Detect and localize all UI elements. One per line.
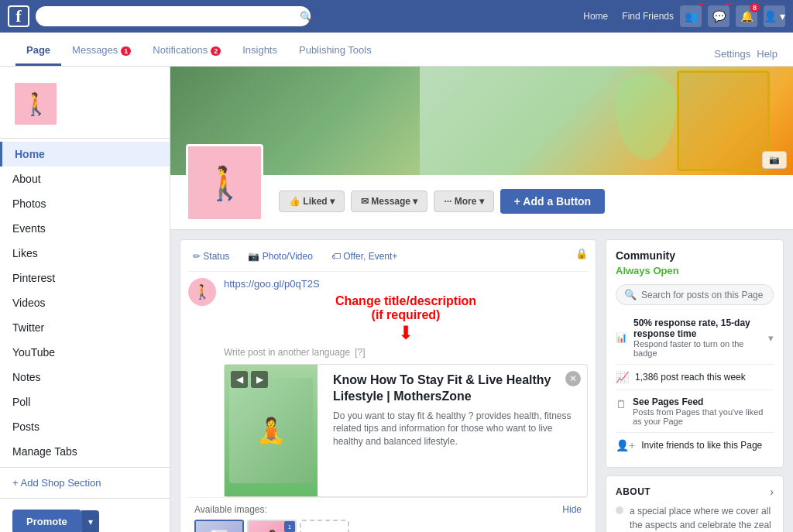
search-input[interactable] <box>36 6 311 26</box>
help-link[interactable]: Help <box>757 48 778 60</box>
add-a-button-btn[interactable]: + Add a Button <box>500 189 605 214</box>
always-open-label: Always Open <box>616 265 774 276</box>
post-title: Know How To Stay Fit & Live Healthy Life… <box>333 372 579 405</box>
post-preview-inner: 🧘 Know How To Stay Fit & Live Healthy Li… <box>225 365 587 496</box>
sidebar-item-poll[interactable]: Poll <box>0 390 170 414</box>
sidebar-profile-icon: 🚶 <box>22 91 50 117</box>
sidebar-item-events[interactable]: Events <box>0 216 170 241</box>
notifications-badge: 8 <box>750 3 760 12</box>
sidebar-item-twitter[interactable]: Twitter <box>0 315 170 340</box>
about-text: a special place where we cover all the a… <box>616 504 774 532</box>
sidebar-divider-2 <box>0 467 170 468</box>
main-column: ✏ ✏ StatusStatus 📷 Photo/Video 🏷 Offer, … <box>180 239 596 532</box>
account-menu-btn[interactable]: 👤 ▾ <box>764 5 785 27</box>
post-text-content: Know How To Stay Fit & Live Healthy Life… <box>325 365 587 456</box>
composer-url[interactable]: https://goo.gl/p0qT2S <box>224 278 588 290</box>
search-posts-input[interactable] <box>641 290 765 300</box>
response-info: 50% response rate, 15-day response time … <box>633 317 768 358</box>
sidebar-item-pinterest[interactable]: Pinterest <box>0 266 170 290</box>
message-button[interactable]: ✉ Message ▾ <box>351 190 427 212</box>
composer-tabs: ✏ ✏ StatusStatus 📷 Photo/Video 🏷 Offer, … <box>188 248 588 272</box>
notifications-tab-badge: 2 <box>211 46 221 56</box>
search-icon: 🔍 <box>300 11 312 22</box>
more-button[interactable]: ··· More ▾ <box>434 190 493 212</box>
sidebar-item-manage-tabs[interactable]: Manage Tabs <box>0 439 170 464</box>
thumb-img-1: 👩‍👧 <box>196 521 242 532</box>
about-box: ABOUT › a special place where we cover a… <box>606 475 784 532</box>
about-header: ABOUT › <box>616 486 774 498</box>
about-title: ABOUT <box>616 486 651 497</box>
sidebar-divider-3 <box>0 498 170 499</box>
cover-photo: 📷 <box>170 67 793 175</box>
expand-icon[interactable]: ▾ <box>768 332 774 344</box>
tab-page[interactable]: Page <box>15 36 61 66</box>
available-imgs-label: Available images: Hide <box>194 504 582 515</box>
sidebar-item-notes[interactable]: Notes <box>0 365 170 390</box>
sidebar-divider-1 <box>0 138 170 139</box>
sidebar-item-posts[interactable]: Posts <box>0 414 170 439</box>
notifications-icon-btn[interactable]: 🔔8 <box>736 5 757 27</box>
about-expand-arrow[interactable]: › <box>770 486 774 498</box>
change-title-arrow-icon: ⬇ <box>224 322 588 344</box>
sidebar-item-home[interactable]: Home <box>0 142 170 166</box>
friend-requests-badge <box>698 3 704 5</box>
composer-body: 🚶 https://goo.gl/p0qT2S Change title/des… <box>188 278 588 497</box>
top-nav-links: Home Find Friends <box>583 11 674 22</box>
home-nav-link[interactable]: Home <box>583 11 608 22</box>
page-content: 📷 🚶 👍 Liked ▾ ✉ Message ▾ ··· More ▾ + A… <box>170 67 793 532</box>
hide-images-link[interactable]: Hide <box>562 504 582 515</box>
settings-link[interactable]: Settings <box>714 48 750 60</box>
search-posts-box[interactable]: 🔍 <box>616 284 774 305</box>
profile-picture: 🚶 <box>186 144 263 221</box>
thumbnail-1[interactable]: 👩‍👧 <box>194 520 244 532</box>
friend-requests-icon-btn[interactable]: 👥 <box>680 5 702 27</box>
camera-icon-btn[interactable]: 📷 <box>762 151 787 169</box>
cover-photo-bg <box>170 67 793 175</box>
see-pages-feed-title[interactable]: See Pages Feed <box>633 396 774 407</box>
promote-button[interactable]: Promote <box>12 510 81 532</box>
tab-publishing-tools[interactable]: Publishing Tools <box>288 36 383 66</box>
messages-icon-btn[interactable]: 💬 <box>708 5 729 27</box>
see-pages-feed-row: 🗒 See Pages Feed Posts from Pages that y… <box>616 390 774 433</box>
left-sidebar: 🚶 Home About Photos Events Likes Pintere… <box>0 67 170 532</box>
community-title: Community <box>616 249 774 262</box>
invite-friends-row: 👤+ Invite friends to like this Page <box>616 433 774 458</box>
feed-icon: 🗒 <box>616 398 627 410</box>
composer-avatar: 🚶 <box>188 278 216 306</box>
photo-video-tab[interactable]: 📷 Photo/Video <box>243 248 318 265</box>
change-title-notice: Change title/description(if required) <box>224 294 588 322</box>
find-friends-nav-link[interactable]: Find Friends <box>622 11 674 22</box>
sidebar-item-likes[interactable]: Likes <box>0 241 170 266</box>
next-image-btn[interactable]: ▶ <box>251 371 268 388</box>
tab-insights[interactable]: Insights <box>232 36 288 66</box>
add-image-btn[interactable]: + <box>300 520 349 532</box>
tab-notifications[interactable]: Notifications2 <box>142 36 232 66</box>
add-shop-section-btn[interactable]: + Add Shop Section <box>0 471 170 495</box>
thumbnail-2[interactable]: 🧘 1 <box>247 520 297 532</box>
bar-chart-icon: 📊 <box>616 332 627 343</box>
profile-avatar-icon: 🚶 <box>204 164 245 202</box>
offer-event-tab[interactable]: 🏷 Offer, Event+ <box>327 248 403 265</box>
thumbnail-badge: 1 <box>284 521 295 532</box>
prev-image-btn[interactable]: ◀ <box>231 371 248 388</box>
page-nav-right: Settings Help <box>714 48 778 66</box>
write-other-lang-text[interactable]: Write post in another language <box>224 347 350 358</box>
response-rate-subtitle: Respond faster to turn on the badge <box>633 339 768 358</box>
tab-messages[interactable]: Messages1 <box>61 36 142 66</box>
post-preview-card: ◀ ▶ ✕ 🧘 <box>224 364 588 497</box>
promote-dropdown-btn[interactable]: ▾ <box>81 510 99 533</box>
close-preview-btn[interactable]: ✕ <box>565 371 581 386</box>
messages-tab-badge: 1 <box>121 46 131 56</box>
sidebar-item-about[interactable]: About <box>0 166 170 191</box>
status-tab[interactable]: ✏ ✏ StatusStatus <box>188 248 234 265</box>
liked-button[interactable]: 👍 Liked ▾ <box>279 190 345 212</box>
invite-friends-text[interactable]: Invite friends to like this Page <box>641 440 762 451</box>
top-navigation: f 🔍 Home Find Friends 👥 💬 🔔8 👤 ▾ <box>0 0 793 33</box>
sidebar-item-youtube[interactable]: YouTube <box>0 340 170 365</box>
sidebar-item-videos[interactable]: Videos <box>0 290 170 315</box>
about-dot-icon <box>616 506 623 514</box>
sidebar-item-photos[interactable]: Photos <box>0 191 170 216</box>
messages-badge <box>726 3 732 5</box>
promote-section: Promote ▾ <box>0 502 170 532</box>
profile-actions: 👍 Liked ▾ ✉ Message ▾ ··· More ▾ + Add a… <box>279 189 605 221</box>
